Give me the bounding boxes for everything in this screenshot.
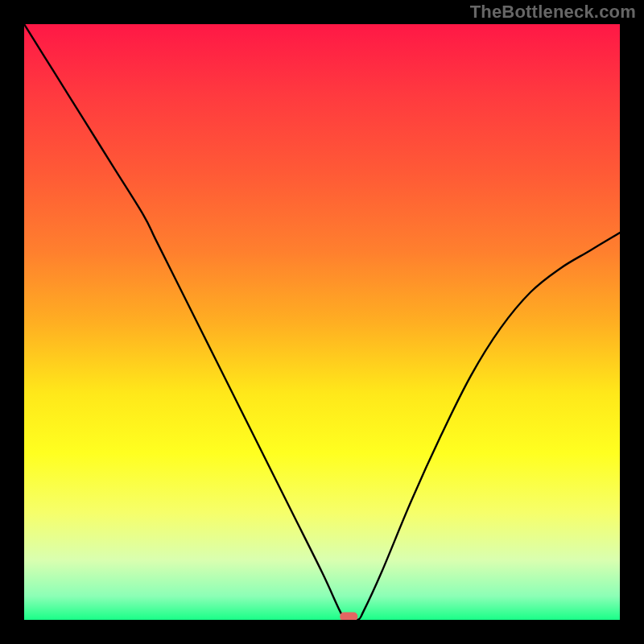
minimum-marker [340,613,357,621]
watermark-label: TheBottleneck.com [470,2,636,23]
plot-area [24,24,620,620]
chart-svg [24,24,620,620]
chart-stage: TheBottleneck.com [0,0,644,644]
gradient-background [24,24,620,620]
